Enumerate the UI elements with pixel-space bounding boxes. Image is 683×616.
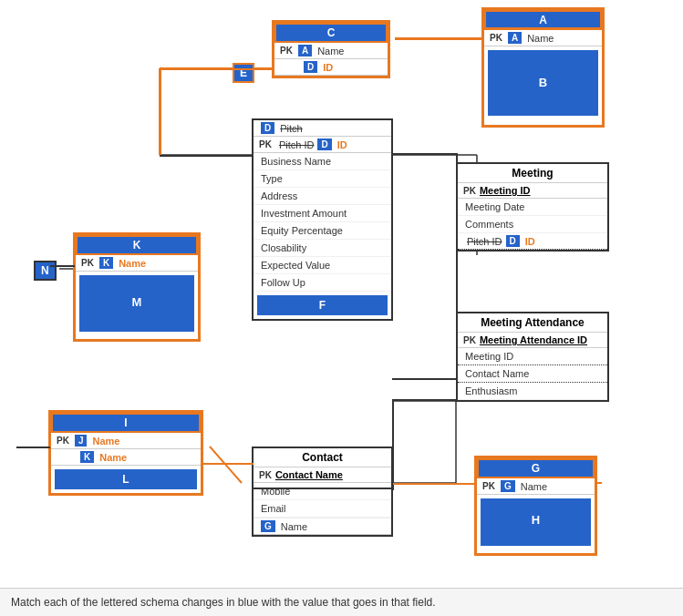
blue-box-ik: K (80, 451, 94, 463)
ma-enthusiasm: Enthusiasm (458, 383, 607, 400)
blue-box-cd: D (304, 61, 317, 73)
line-e-v (160, 68, 161, 157)
footer-text: Match each of the lettered schema change… (11, 596, 436, 609)
pitch-id-label: Pitch ID (279, 139, 315, 150)
e-label: E (233, 63, 254, 83)
pitch-closability: Closability (254, 240, 391, 257)
field-name-ca: Name (317, 46, 344, 56)
entity-contact: Contact PK Contact Name Mobile Email G N… (252, 447, 393, 537)
ma-contact-name: Contact Name (458, 365, 607, 383)
entity-h-block: H (481, 498, 591, 546)
pitch-type: Type (254, 170, 391, 188)
contact-pk-label: PK (259, 470, 272, 480)
line-ma-h (392, 378, 458, 380)
entity-c-pk-row: PK A Name (274, 43, 388, 59)
line-pitch-meeting (392, 153, 458, 155)
m-label: M (79, 275, 194, 309)
entity-c: C PK A Name D ID (272, 20, 390, 78)
entity-k-pk-row: PK K Name (76, 255, 198, 272)
line-ma-v (456, 254, 458, 380)
f-label: F (319, 299, 326, 312)
line-e-pitch (160, 155, 254, 157)
entity-g-pk-row: PK G Name (477, 478, 595, 495)
l-label-block: L (55, 469, 197, 489)
blue-box-k: K (99, 257, 113, 269)
ma-pk-label: PK (463, 335, 476, 345)
line-g-orange (393, 483, 475, 485)
meeting-header: Meeting (458, 164, 607, 183)
meeting-pitch-id: Pitch ID (467, 236, 502, 247)
entity-b-block: B (488, 50, 598, 116)
line-n (50, 265, 75, 267)
pitch-followup: Follow Up (254, 274, 391, 292)
pitch-pk-row: PK Pitch ID D ID (254, 137, 391, 153)
line-a-c (395, 38, 482, 40)
entity-g-header: G (477, 458, 595, 478)
field-name-a: Name (527, 33, 554, 44)
meeting-d-box: D (506, 235, 520, 247)
meeting-pk-label: PK (463, 186, 476, 196)
line-contact-v (392, 399, 394, 490)
contact-pk-row: PK Contact Name (254, 467, 391, 483)
pk-label-c: PK (280, 46, 293, 56)
line-meeting-v (456, 153, 458, 255)
diagram-canvas: A PK A Name B C PK A Name D ID E D Pitch (0, 0, 683, 583)
entity-m-block: M (79, 275, 194, 332)
entity-meeting-attendance: Meeting Attendance PK Meeting Attendance… (456, 312, 609, 402)
pitch-d2-box: D (317, 139, 331, 150)
entity-i: I PK J Name K Name L (48, 410, 203, 496)
field-name-j: Name (92, 436, 119, 447)
pk-label-g: PK (482, 481, 495, 491)
field-name-ik: Name (99, 452, 127, 463)
blue-box-j: J (75, 435, 88, 447)
field-name-g: Name (521, 481, 547, 492)
entity-i-j-row: PK J Name (51, 433, 201, 449)
meeting-date: Meeting Date (458, 199, 607, 216)
contact-mobile: Mobile (254, 483, 391, 500)
contact-name-label: Name (281, 521, 307, 532)
svg-line-12 (210, 447, 242, 483)
pitch-pk-label: PK (259, 139, 272, 149)
n-label: N (34, 261, 57, 281)
b-label: B (488, 50, 598, 89)
entity-i-k-row: K Name (51, 449, 201, 466)
meeting-id-orange: ID (525, 236, 535, 247)
blue-box-ca: A (298, 45, 312, 56)
line-i-contact (202, 463, 254, 465)
contact-name: Contact Name (275, 469, 343, 480)
pitch-business-name: Business Name (254, 153, 391, 170)
line-contact-h (254, 488, 394, 489)
entity-c-header: C (274, 23, 388, 43)
h-label: H (481, 498, 591, 527)
ma-pk-row: PK Meeting Attendance ID (458, 333, 607, 348)
ma-id: Meeting Attendance ID (480, 334, 587, 345)
contact-g-box: G (261, 520, 275, 532)
pitch-investment: Investment Amount (254, 205, 391, 222)
line-contact-ma (392, 399, 458, 401)
pk-label-k: PK (81, 258, 94, 268)
pitch-equity: Equity Percentage (254, 222, 391, 240)
contact-header: Contact (254, 448, 391, 467)
pk-label-i: PK (57, 436, 69, 446)
l-label: L (122, 473, 129, 486)
pitch-d-box: D (261, 122, 274, 134)
line-i (16, 447, 50, 448)
field-name-k: Name (119, 258, 146, 269)
field-name-cd-id: ID (323, 62, 333, 73)
pitch-address: Address (254, 188, 391, 205)
meeting-id: Meeting ID (480, 185, 531, 196)
blue-box-a: A (508, 32, 522, 44)
pitch-title: Pitch (280, 123, 302, 134)
entity-g: G PK G Name H (474, 456, 597, 556)
meeting-comments: Comments (458, 216, 607, 233)
meeting-pk-row: PK Meeting ID (458, 183, 607, 199)
f-label-block: F (257, 295, 388, 315)
entity-b: PK A Name B (481, 27, 605, 128)
pk-label-a: PK (490, 33, 502, 43)
entity-meeting: Meeting PK Meeting ID Meeting Date Comme… (456, 162, 609, 252)
entity-c-row2: D ID (274, 59, 388, 76)
ma-header: Meeting Attendance (458, 313, 607, 333)
pitch-id-field: ID (337, 139, 347, 150)
meeting-fk-row: Pitch ID D ID (458, 233, 607, 250)
line-c-e (160, 68, 274, 70)
